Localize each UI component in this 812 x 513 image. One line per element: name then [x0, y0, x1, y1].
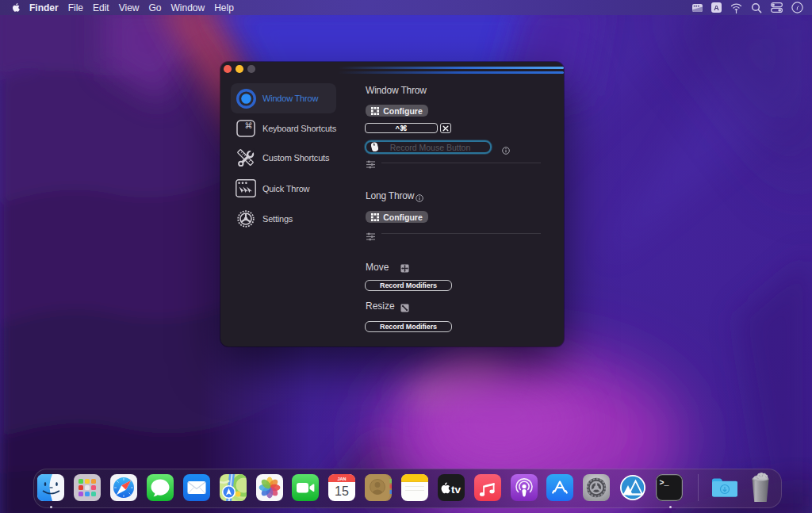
- svg-text:>_: >_: [659, 479, 669, 488]
- svg-text:⌘: ⌘: [245, 121, 253, 130]
- svg-text:tv: tv: [451, 484, 461, 496]
- svg-text:JAN: JAN: [338, 477, 347, 481]
- svg-text:15: 15: [335, 484, 349, 498]
- svg-text:A: A: [714, 4, 719, 12]
